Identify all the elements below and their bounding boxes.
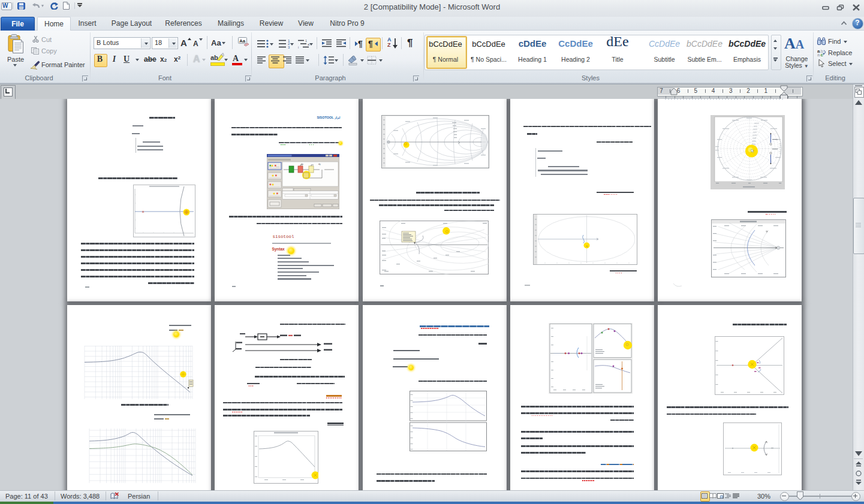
svg-text:dy: dy bbox=[318, 163, 321, 165]
svg-text:c: c bbox=[821, 52, 824, 56]
svg-text:du: du bbox=[301, 163, 303, 165]
svg-text:1: 1 bbox=[305, 39, 307, 43]
svg-text:3: 3 bbox=[288, 46, 290, 49]
svg-text:a: a bbox=[817, 52, 820, 56]
svg-text:i: i bbox=[298, 46, 299, 49]
svg-text:Aa: Aa bbox=[239, 38, 246, 44]
